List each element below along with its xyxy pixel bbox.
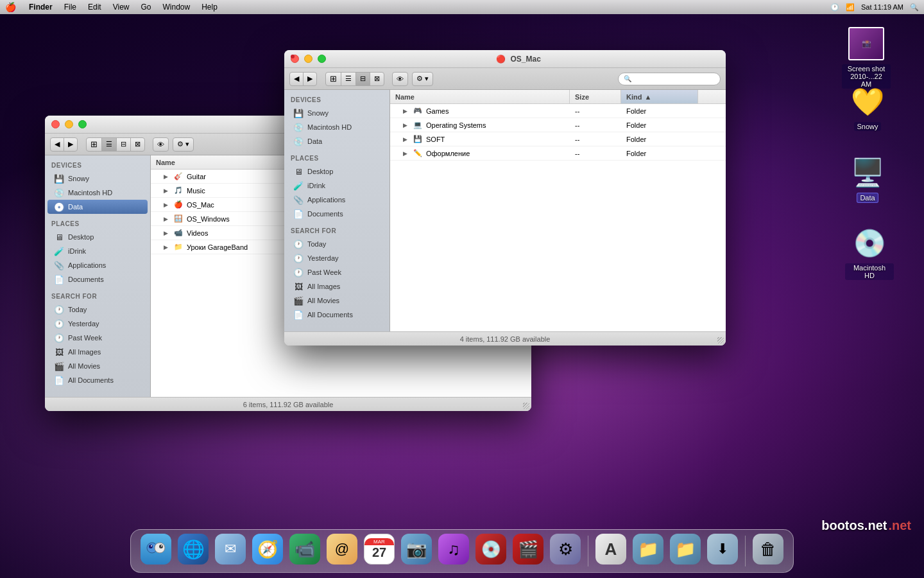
dock-ical[interactable]: MAR 27 <box>362 534 397 568</box>
expander-soft[interactable]: ▶ <box>400 135 409 144</box>
dock-facetime[interactable]: 📹 <box>287 534 322 568</box>
sidebar-all-images-osmac[interactable]: 🖼 All Images <box>287 279 387 293</box>
sidebar-macintosh-hd-osmac[interactable]: 💿 Macintosh HD <box>287 120 387 134</box>
menubar-finder[interactable]: Finder <box>24 1 58 13</box>
dock-itunes[interactable]: ♫ <box>436 534 471 568</box>
sidebar-desktop-data[interactable]: 🖥 Desktop <box>47 230 148 244</box>
back-button-osmac[interactable]: ◀ <box>289 72 304 86</box>
expander-games[interactable]: ▶ <box>400 107 409 116</box>
kind-col-osmac[interactable]: Kind ▲ <box>621 90 698 103</box>
dock-address-book[interactable]: @ <box>325 534 359 568</box>
dock-iphoto[interactable]: 📷 <box>399 534 434 568</box>
icon-view-button-data[interactable]: ⊞ <box>86 137 102 152</box>
menubar-help[interactable]: Help <box>196 1 223 13</box>
dock-stacks1[interactable]: 📁 <box>631 534 665 568</box>
sidebar-yesterday-data[interactable]: 🕐 Yesterday <box>47 317 148 331</box>
sidebar-all-images-data[interactable]: 🖼 All Images <box>47 345 148 359</box>
minimize-button-data[interactable] <box>65 120 73 128</box>
list-view-button-data[interactable]: ☰ <box>101 137 117 152</box>
desktop-icon-snowy[interactable]: 💛 Snowy <box>842 83 893 131</box>
sidebar-applications-data[interactable]: 📎 Applications <box>47 258 148 272</box>
close-button-osmac[interactable] <box>291 55 299 63</box>
menubar-edit[interactable]: Edit <box>83 1 107 13</box>
sidebar-snowy-osmac[interactable]: 💾 Snowy <box>287 106 387 120</box>
eye-button-data[interactable]: 👁 <box>153 137 169 152</box>
maximize-button-data[interactable] <box>78 120 87 128</box>
sidebar-data-osmac[interactable]: 💿 Data <box>287 134 387 148</box>
cover-flow-button-data[interactable]: ⊠ <box>130 137 145 152</box>
action-button-data[interactable]: ⚙ ▾ <box>173 137 194 152</box>
menubar-go[interactable]: Go <box>136 1 157 13</box>
sidebar-all-movies-data[interactable]: 🎬 All Movies <box>47 359 148 373</box>
action-button-osmac[interactable]: ⚙ ▾ <box>412 72 433 86</box>
sidebar-past-week-osmac[interactable]: 🕐 Past Week <box>287 265 387 279</box>
sidebar-past-week-data[interactable]: 🕐 Past Week <box>47 331 148 345</box>
expander-music[interactable]: ▶ <box>161 186 170 195</box>
expander-os-windows[interactable]: ▶ <box>161 215 170 223</box>
sidebar-documents-data[interactable]: 📄 Documents <box>47 272 148 286</box>
forward-button-data[interactable]: ▶ <box>64 137 78 152</box>
eye-button-osmac[interactable]: 👁 <box>392 72 408 86</box>
desktop-icon-data[interactable]: 🖥️ Data <box>842 154 893 203</box>
sidebar-all-movies-osmac[interactable]: 🎬 All Movies <box>287 293 387 308</box>
sidebar-desktop-osmac[interactable]: 🖥 Desktop <box>287 164 387 179</box>
expander-os[interactable]: ▶ <box>400 121 409 130</box>
sidebar-yesterday-osmac[interactable]: 🕐 Yesterday <box>287 251 387 265</box>
sidebar-idrink-data[interactable]: 🧪 iDrink <box>47 244 148 258</box>
sidebar-snowy-data[interactable]: 💾 Snowy <box>47 171 148 186</box>
dock-imovie[interactable]: 🎬 <box>511 534 545 568</box>
dock-dvd[interactable]: 💿 <box>474 534 508 568</box>
sidebar-idrink-osmac[interactable]: 🧪 iDrink <box>287 179 387 193</box>
maximize-button-osmac[interactable] <box>318 55 326 63</box>
sidebar-today-data[interactable]: 🕐 Today <box>47 302 148 317</box>
list-view-button-osmac[interactable]: ☰ <box>341 72 356 86</box>
dock-system-prefs-globe[interactable]: 🌐 <box>176 534 210 568</box>
resize-handle-osmac[interactable] <box>715 335 726 346</box>
size-col-osmac[interactable]: Size <box>570 90 621 103</box>
expander-os-mac[interactable]: ▶ <box>161 200 170 209</box>
name-col-osmac[interactable]: Name <box>390 90 570 103</box>
menubar-view[interactable]: View <box>108 1 135 13</box>
expander-guitar[interactable]: ▶ <box>161 172 170 181</box>
sidebar-macintosh-hd-data[interactable]: 💿 Macintosh HD <box>47 186 148 200</box>
sidebar-all-documents-data[interactable]: 📄 All Documents <box>47 373 148 387</box>
dock-trash[interactable]: 🗑 <box>751 534 785 568</box>
icon-view-button-osmac[interactable]: ⊞ <box>325 72 341 86</box>
dock-downloads[interactable]: ⬇ <box>705 534 740 568</box>
desktop-icon-macintosh-hd[interactable]: 💿 Macintosh HD <box>844 225 895 280</box>
menubar-search-icon[interactable]: 🔍 <box>910 3 919 12</box>
back-button-data[interactable]: ◀ <box>50 137 64 152</box>
cover-flow-button-osmac[interactable]: ⊠ <box>370 72 384 86</box>
apple-menu[interactable]: 🍎 <box>5 2 16 12</box>
dock-font-book[interactable]: A <box>594 534 628 568</box>
table-row[interactable]: ▶ 🎮 Games -- Folder <box>390 104 726 118</box>
desktop-icon-screenshot[interactable]: 📸 Screen shot2010-...22 AM <box>841 26 892 89</box>
sidebar-documents-osmac[interactable]: 📄 Documents <box>287 207 387 221</box>
sidebar-today-osmac[interactable]: 🕐 Today <box>287 237 387 251</box>
minimize-button-osmac[interactable] <box>304 55 312 63</box>
search-box-osmac[interactable]: 🔍 <box>618 73 721 85</box>
close-button-data[interactable] <box>51 120 60 128</box>
desktop-sidebar-label-osmac: Desktop <box>307 168 333 175</box>
sidebar-data-data[interactable]: 💿 Data <box>47 200 148 214</box>
table-row[interactable]: ▶ 💾 SOFT -- Folder <box>390 132 726 146</box>
dock-system-prefs[interactable]: ⚙ <box>548 534 583 568</box>
dock-safari[interactable]: 🧭 <box>250 534 285 568</box>
table-row[interactable]: ▶ 💻 Operating Systems -- Folder <box>390 118 726 132</box>
menubar-file[interactable]: File <box>59 1 81 13</box>
desktop-sidebar-label-data: Desktop <box>68 233 94 241</box>
expander-uroki[interactable]: ▶ <box>161 243 170 252</box>
expander-videos[interactable]: ▶ <box>161 229 170 238</box>
sidebar-applications-osmac[interactable]: 📎 Applications <box>287 193 387 207</box>
dock-finder[interactable] <box>139 534 173 568</box>
resize-handle-data[interactable] <box>521 401 531 411</box>
column-view-button-data[interactable]: ⊟ <box>116 137 131 152</box>
column-view-button-osmac[interactable]: ⊟ <box>355 72 370 86</box>
menubar-window[interactable]: Window <box>158 1 196 13</box>
forward-button-osmac[interactable]: ▶ <box>303 72 317 86</box>
sidebar-all-documents-osmac[interactable]: 📄 All Documents <box>287 308 387 322</box>
dock-stacks2[interactable]: 📁 <box>668 534 703 568</box>
dock-mail[interactable]: ✉ <box>213 534 248 568</box>
expander-oformlenie[interactable]: ▶ <box>400 149 409 158</box>
table-row[interactable]: ▶ ✏️ Оформление -- Folder <box>390 146 726 161</box>
